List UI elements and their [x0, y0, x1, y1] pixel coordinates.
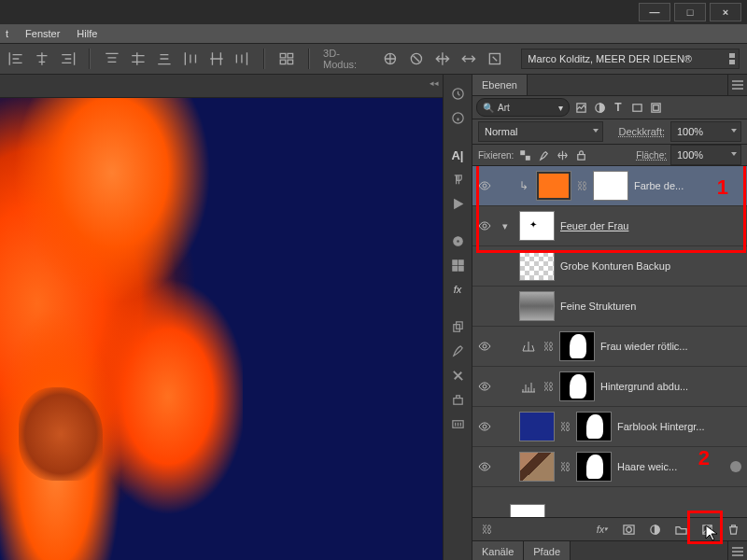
layer-thumbnail[interactable]	[519, 452, 555, 482]
visibility-toggle[interactable]	[478, 179, 491, 192]
link-layers-icon[interactable]: ⛓	[478, 522, 495, 537]
layer-row[interactable]: ⛓ Frau wieder rötlic...	[472, 327, 747, 367]
fill-field[interactable]: 100%	[670, 145, 741, 165]
visibility-toggle[interactable]	[478, 380, 491, 393]
distribute-left-icon[interactable]	[182, 50, 199, 67]
lock-transparent-icon[interactable]	[517, 147, 532, 162]
maximize-button[interactable]: □	[674, 3, 706, 21]
filter-adjustment-icon[interactable]	[592, 100, 607, 115]
styles-panel-icon[interactable]: fx	[446, 278, 469, 301]
layer-row[interactable]: ⛓ Farblook Hintergr...	[472, 407, 747, 447]
document-canvas[interactable]	[0, 98, 443, 560]
menu-help[interactable]: Hilfe	[77, 28, 97, 39]
layer-fx-icon[interactable]: fx▾	[594, 522, 611, 537]
layer-row[interactable]: ▾ ✦ Feuer der Frau	[472, 206, 747, 246]
layer-row[interactable]: Grobe Konturen Backup	[472, 246, 747, 287]
mask-thumbnail[interactable]	[576, 452, 612, 482]
layer-search-dropdown[interactable]: 🔍 Art▾	[476, 98, 570, 117]
channels-tab[interactable]: Kanäle	[472, 541, 524, 560]
filter-pixel-icon[interactable]	[573, 100, 588, 115]
workspace-dropdown[interactable]: Marco Kolditz, MEER DER IDEEN®	[521, 49, 740, 69]
partial-layer-thumbnail[interactable]	[510, 504, 545, 517]
opacity-field[interactable]: 100%	[670, 121, 741, 142]
mask-thumbnail[interactable]	[593, 171, 628, 201]
3d-scale-icon[interactable]	[486, 50, 503, 67]
mask-link-icon[interactable]: ⛓	[577, 180, 587, 191]
distribute-vcenter-icon[interactable]	[130, 50, 147, 67]
swatches-panel-icon[interactable]	[446, 254, 469, 276]
smart-filter-icon[interactable]	[730, 461, 741, 472]
tool-presets-icon[interactable]	[446, 388, 469, 411]
layer-name[interactable]: Frau wieder rötlic...	[600, 341, 741, 352]
lock-all-icon[interactable]	[573, 147, 588, 162]
layer-name[interactable]: Grobe Konturen Backup	[560, 260, 741, 272]
character-panel-icon[interactable]: A|	[446, 144, 469, 166]
group-toggle-icon[interactable]: ▾	[497, 220, 514, 232]
layer-thumbnail[interactable]	[519, 251, 555, 281]
3d-slide-icon[interactable]	[460, 50, 477, 67]
paragraph-panel-icon[interactable]	[446, 168, 469, 190]
menu-window[interactable]: Fenster	[25, 28, 60, 39]
minimize-button[interactable]: —	[639, 3, 670, 21]
collapse-dots-icon[interactable]: ◂◂	[430, 78, 439, 88]
distribute-top-icon[interactable]	[104, 50, 120, 67]
brush-presets-icon[interactable]	[446, 364, 469, 386]
layer-name[interactable]: Feine Strukturen	[560, 301, 741, 312]
color-panel-icon[interactable]	[446, 230, 469, 252]
delete-layer-icon[interactable]	[725, 522, 741, 537]
clone-panel-icon[interactable]	[446, 315, 469, 338]
layers-tab[interactable]: Ebenen	[472, 75, 528, 95]
brushes-panel-icon[interactable]	[446, 340, 469, 362]
mask-link-icon[interactable]: ⛓	[543, 341, 554, 352]
layer-name[interactable]: Feuer der Frau	[560, 220, 741, 231]
history-panel-icon[interactable]	[446, 82, 469, 105]
visibility-toggle[interactable]	[478, 219, 491, 232]
new-adjustment-icon[interactable]	[646, 522, 663, 537]
play-panel-icon[interactable]	[446, 192, 469, 215]
mask-thumbnail[interactable]	[576, 412, 612, 441]
align-right-icon[interactable]	[60, 50, 77, 67]
paths-tab[interactable]: Pfade	[524, 541, 571, 560]
lock-image-icon[interactable]	[536, 147, 551, 162]
mask-link-icon[interactable]: ⛓	[560, 461, 571, 472]
align-hcenter-icon[interactable]	[34, 50, 50, 67]
3d-rotate-icon[interactable]	[382, 50, 399, 67]
layer-thumbnail[interactable]: ✦	[519, 211, 555, 241]
add-mask-icon[interactable]	[620, 522, 637, 537]
panel-menu-icon[interactable]	[727, 75, 747, 95]
distribute-bottom-icon[interactable]	[156, 50, 173, 67]
layer-name[interactable]: Farblook Hintergr...	[617, 421, 741, 432]
actions-panel-icon[interactable]	[446, 413, 469, 435]
3d-roll-icon[interactable]	[408, 50, 425, 67]
menu-partial[interactable]: t	[6, 28, 8, 39]
3d-drag-icon[interactable]	[434, 50, 451, 67]
layer-thumbnail[interactable]	[519, 291, 555, 321]
mask-link-icon[interactable]: ⛓	[560, 421, 571, 432]
layer-thumbnail[interactable]	[519, 412, 555, 441]
filter-shape-icon[interactable]	[629, 100, 644, 115]
lock-position-icon[interactable]	[555, 147, 570, 162]
layer-name[interactable]: Hintergrund abdu...	[600, 381, 741, 392]
mode3d-label: 3D-Modus:	[323, 48, 373, 70]
blend-mode-dropdown[interactable]: Normal	[478, 121, 603, 142]
layer-row[interactable]: Feine Strukturen	[472, 287, 747, 327]
auto-align-icon[interactable]	[278, 50, 295, 67]
distribute-right-icon[interactable]	[233, 50, 250, 67]
visibility-toggle[interactable]	[478, 340, 491, 353]
close-button[interactable]: ×	[710, 3, 741, 21]
mask-link-icon[interactable]: ⛓	[543, 381, 554, 392]
mask-thumbnail[interactable]	[559, 331, 595, 361]
filter-smart-icon[interactable]	[648, 100, 663, 115]
visibility-toggle[interactable]	[478, 420, 491, 433]
align-left-icon[interactable]	[7, 50, 24, 67]
layer-row[interactable]: ↳ ⛓ Farbe de...	[472, 166, 747, 206]
visibility-toggle[interactable]	[478, 460, 491, 473]
layer-thumbnail[interactable]	[536, 171, 571, 201]
panel-menu-icon[interactable]	[727, 541, 747, 560]
new-group-icon[interactable]	[672, 522, 689, 537]
info-panel-icon[interactable]	[446, 106, 469, 129]
filter-type-icon[interactable]: T	[611, 100, 626, 115]
distribute-hcenter-icon[interactable]	[208, 50, 225, 67]
layer-row[interactable]: ⛓ Hintergrund abdu...	[472, 367, 747, 407]
mask-thumbnail[interactable]	[559, 371, 595, 401]
